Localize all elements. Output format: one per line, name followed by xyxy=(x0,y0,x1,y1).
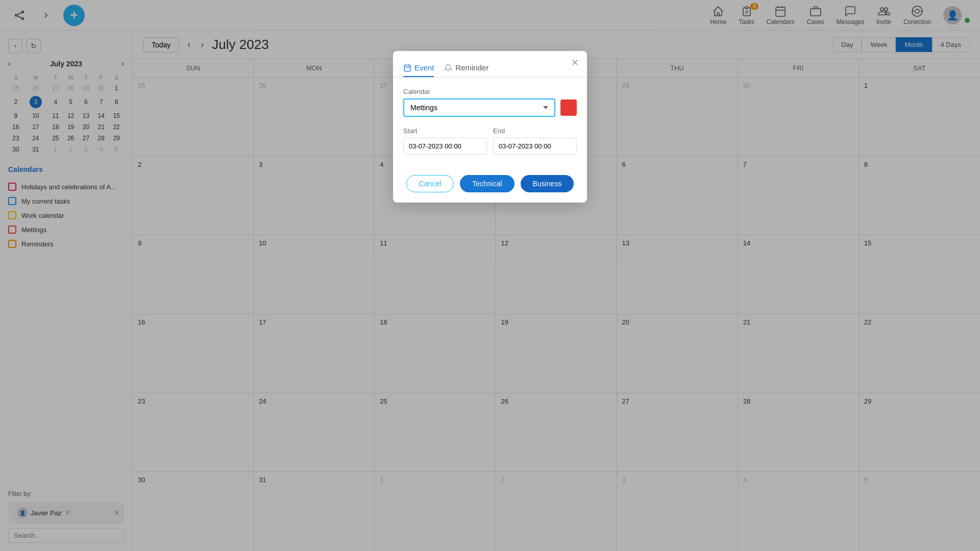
calendar-field-label: Calendar xyxy=(403,88,577,95)
svg-rect-15 xyxy=(404,65,410,71)
start-datetime-input[interactable] xyxy=(403,138,487,155)
start-datetime-group: Start xyxy=(403,127,487,155)
technical-button[interactable]: Technical xyxy=(460,175,514,192)
end-datetime-input[interactable] xyxy=(493,138,577,155)
modal-header: Event Reminder ✕ xyxy=(393,51,587,77)
reminder-tab-icon xyxy=(444,64,452,72)
tab-reminder[interactable]: Reminder xyxy=(444,59,488,77)
modal-footer: Cancel Technical Business xyxy=(393,175,587,203)
calendar-select-row: Mettings Work calendar Reminders xyxy=(403,98,577,117)
modal-tabs: Event Reminder xyxy=(403,59,488,77)
business-button[interactable]: Business xyxy=(521,175,574,192)
datetime-row: Start End xyxy=(403,127,577,155)
tab-reminder-label: Reminder xyxy=(455,63,488,72)
calendar-select[interactable]: Mettings Work calendar Reminders xyxy=(403,98,555,117)
modal-close-button[interactable]: ✕ xyxy=(571,57,579,68)
cancel-button[interactable]: Cancel xyxy=(406,175,454,192)
tab-event-label: Event xyxy=(414,63,434,72)
modal-overlay: Event Reminder ✕ Calendar Mettings Work … xyxy=(0,0,980,551)
calendar-color-swatch[interactable] xyxy=(560,99,577,116)
event-tab-icon xyxy=(403,64,411,72)
modal-body: Calendar Mettings Work calendar Reminder… xyxy=(393,78,587,175)
end-datetime-group: End xyxy=(493,127,577,155)
end-label: End xyxy=(493,127,577,135)
tab-event[interactable]: Event xyxy=(403,59,434,77)
start-label: Start xyxy=(403,127,487,135)
event-modal: Event Reminder ✕ Calendar Mettings Work … xyxy=(393,51,587,203)
